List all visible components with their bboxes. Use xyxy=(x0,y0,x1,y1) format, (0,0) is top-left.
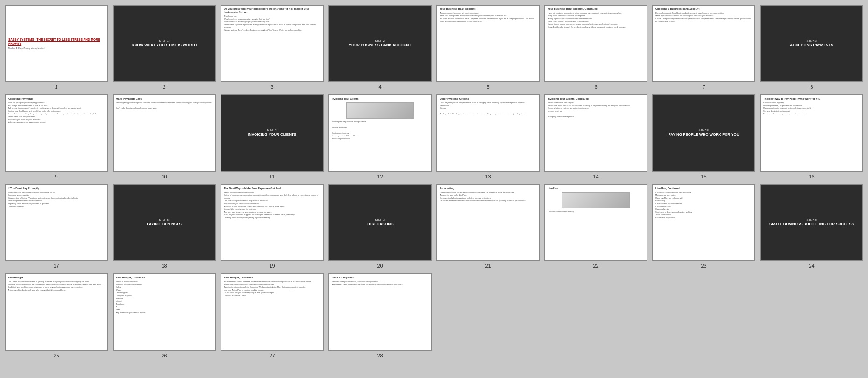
step-header-block: STEP 6: PAYING EXPENSES xyxy=(114,185,215,261)
slide-number-27: 27 xyxy=(269,353,275,358)
slide-container-26: Your Budget, Continued Needs to include … xyxy=(113,273,216,358)
slide-container-24: STEP 8: SMALL BUSINESS BUDGETING FOR SUC… xyxy=(760,184,863,269)
slide-12[interactable]: Invoicing Your Clients The simplest way:… xyxy=(328,94,432,172)
slide-28[interactable]: Put it All Together Eliminate what you d… xyxy=(328,273,432,351)
slide-body-text: If you mix business transactions with a … xyxy=(548,12,644,29)
slide-thumbnail xyxy=(346,102,414,119)
slide-26[interactable]: Your Budget, Continued Needs to include … xyxy=(113,273,216,351)
slide-4[interactable]: STEP 2: YOUR BUSINESS BANK ACCOUNT xyxy=(328,5,432,82)
slide-18[interactable]: STEP 6: PAYING EXPENSES xyxy=(113,184,216,262)
slide-body-text: Don't make the common mistake of ignorin… xyxy=(8,280,105,292)
slide-container-27: Your Budget, Continued Your best bet is … xyxy=(221,273,324,358)
slide-number-8: 8 xyxy=(810,84,813,90)
step-title: FORECASTING xyxy=(366,222,393,227)
slide-heading: Your Business Bank Account xyxy=(440,7,536,11)
slide-heading: LivePlan xyxy=(548,187,644,190)
slide-heading: The Best Way to Pay People Who Work for … xyxy=(763,97,860,100)
slide-16[interactable]: The Best Way to Pay People Who Work for … xyxy=(760,94,863,172)
step-number: STEP 8: xyxy=(806,218,817,221)
slide-container-21: Forecasting Guessing how much your busin… xyxy=(436,184,540,269)
slide-number-28: 28 xyxy=(377,353,383,358)
step-header-block: STEP 3: ACCEPTING PAYMENTS xyxy=(761,6,862,81)
step-title: YOUR BUSINESS BANK ACCOUNT xyxy=(349,43,412,48)
slide-container-23: LivePlan, Continued It stores all your i… xyxy=(652,184,755,269)
slide-2[interactable]: STEP 1: KNOW WHAT YOUR TIME IS WORTH xyxy=(113,5,216,82)
slide-body-text: Providing easy payment options can often… xyxy=(116,101,213,110)
slide-5[interactable]: Your Business Bank Account As soon as yo… xyxy=(436,5,540,82)
slide-grid: SASSY SYSTEMS - THE SECRET TO LESS STRES… xyxy=(5,5,863,358)
empty-cell-0 xyxy=(436,273,540,358)
slide-1[interactable]: SASSY SYSTEMS - THE SECRET TO LESS STRES… xyxy=(5,5,108,82)
slide-heading: Invoicing Your Clients xyxy=(332,97,428,100)
slide-heading: Your Budget, Continued xyxy=(116,276,213,279)
slide-main-title: SASSY SYSTEMS - THE SECRET TO LESS STRES… xyxy=(8,37,104,46)
slide-heading: Your Business Bank Account, Continued xyxy=(548,7,644,11)
slide-number-2: 2 xyxy=(163,84,165,90)
slide-body-text: Do your homework. Small business bank ac… xyxy=(655,12,752,23)
slide-24[interactable]: STEP 8: SMALL BUSINESS BUDGETING FOR SUC… xyxy=(760,184,863,262)
slide-body-text: Your best bet is to hire a reliable book… xyxy=(224,280,320,297)
slide-heading: Your Budget xyxy=(8,276,105,279)
slide-body-text: Eliminate what you don't need, substitut… xyxy=(332,280,428,286)
slide-25[interactable]: Your Budget Don't make the common mistak… xyxy=(5,273,108,351)
step-title: SMALL BUSINESS BUDGETING FOR SUCCESS xyxy=(769,222,854,227)
step-number: STEP 4: xyxy=(267,128,277,131)
slide-15[interactable]: STEP 5: PAYING PEOPLE WHO WORK FOR YOU xyxy=(652,94,755,172)
slide-container-2: STEP 1: KNOW WHAT YOUR TIME IS WORTH 2 xyxy=(113,5,216,90)
slide-body-text: Set up automatic recurring payments. Get… xyxy=(224,191,320,219)
slide-heading: Put it All Together xyxy=(332,276,428,279)
slide-8[interactable]: STEP 3: ACCEPTING PAYMENTS xyxy=(760,5,863,82)
slide-number-12: 12 xyxy=(377,174,383,179)
slide-container-11: STEP 4: INVOICING YOUR CLIENTS 11 xyxy=(221,94,324,179)
slide-10[interactable]: Make Payments Easy Providing easy paymen… xyxy=(113,94,216,172)
slide-number-14: 14 xyxy=(593,174,598,179)
slide-number-6: 6 xyxy=(594,84,597,90)
slide-22[interactable]: LivePlan [LivePlan screenshot thumbnail] xyxy=(544,184,647,262)
slide-subtitle: Module 4: Easy-Breezy Money Matters! xyxy=(8,47,104,50)
slide-container-9: Accepting Payments Write out your policy… xyxy=(5,94,108,179)
slide-number-11: 11 xyxy=(269,174,275,179)
slide-thumbnail xyxy=(562,192,630,208)
slide-heading: Invoicing Your Clients, Continued xyxy=(548,97,644,100)
slide-number-7: 7 xyxy=(702,84,705,90)
slide-container-12: Invoicing Your Clients The simplest way:… xyxy=(328,94,432,179)
step-title: ACCEPTING PAYMENTS xyxy=(790,43,833,48)
slide-container-3: Do you know what your competitors are ch… xyxy=(221,5,324,90)
step-number: STEP 6: xyxy=(159,218,169,221)
slide-container-18: STEP 6: PAYING EXPENSES 18 xyxy=(113,184,216,269)
slide-17[interactable]: If You Don't Pay Promptly When then can'… xyxy=(5,184,108,262)
step-number: STEP 2: xyxy=(375,39,385,42)
slide-6[interactable]: Your Business Bank Account, Continued If… xyxy=(544,5,647,82)
slide-23[interactable]: LivePlan, Continued It stores all your i… xyxy=(652,184,755,262)
slide-body-text: [LivePlan screenshot thumbnail] xyxy=(548,210,644,213)
slide-7[interactable]: Choosing a Business Bank Account Do your… xyxy=(652,5,755,82)
slide-body-text: Needs to include items for: Business inc… xyxy=(116,280,213,314)
slide-19[interactable]: The Best Way to Make Sure Expenses Get P… xyxy=(221,184,324,262)
slide-heading: Your Budget, Continued xyxy=(224,276,320,279)
slide-body-text: As soon as you have one, get one immedia… xyxy=(440,12,536,23)
slide-number-18: 18 xyxy=(161,263,167,269)
step-number: STEP 3: xyxy=(806,39,817,42)
slide-21[interactable]: Forecasting Guessing how much your busin… xyxy=(436,184,540,262)
slide-body-text: It stores all your information securely … xyxy=(655,191,752,219)
slide-9[interactable]: Accepting Payments Write out your policy… xyxy=(5,94,108,172)
slide-heading: LivePlan, Continued xyxy=(655,187,752,190)
slide-number-26: 26 xyxy=(161,353,167,358)
slide-11[interactable]: STEP 4: INVOICING YOUR CLIENTS xyxy=(221,94,324,172)
slide-14[interactable]: Invoicing Your Clients, Continued Decide… xyxy=(544,94,647,172)
step-header-block: STEP 7: FORECASTING xyxy=(329,185,431,261)
slide-20[interactable]: STEP 7: FORECASTING xyxy=(328,184,432,262)
step-title: INVOICING YOUR CLIENTS xyxy=(248,132,296,137)
slide-container-25: Your Budget Don't make the common mistak… xyxy=(5,273,108,358)
slide-3[interactable]: Do you know what your competitors are ch… xyxy=(221,5,324,82)
slide-13[interactable]: Other Invoicing Options Other payment po… xyxy=(436,94,540,172)
slide-heading: Forecasting xyxy=(440,187,536,190)
slide-body-text: Other payment portals and processors suc… xyxy=(440,101,536,115)
slide-container-5: Your Business Bank Account As soon as yo… xyxy=(436,5,540,90)
slide-heading: Accepting Payments xyxy=(8,97,105,100)
slide-container-17: If You Don't Pay Promptly When then can'… xyxy=(5,184,108,269)
step-title: PAYING PEOPLE WHO WORK FOR YOU xyxy=(669,132,740,137)
slide-27[interactable]: Your Budget, Continued Your best bet is … xyxy=(221,273,324,351)
slide-body-text: The simplest way: Invoice through PayPal… xyxy=(332,121,428,140)
slide-number-15: 15 xyxy=(701,174,706,179)
